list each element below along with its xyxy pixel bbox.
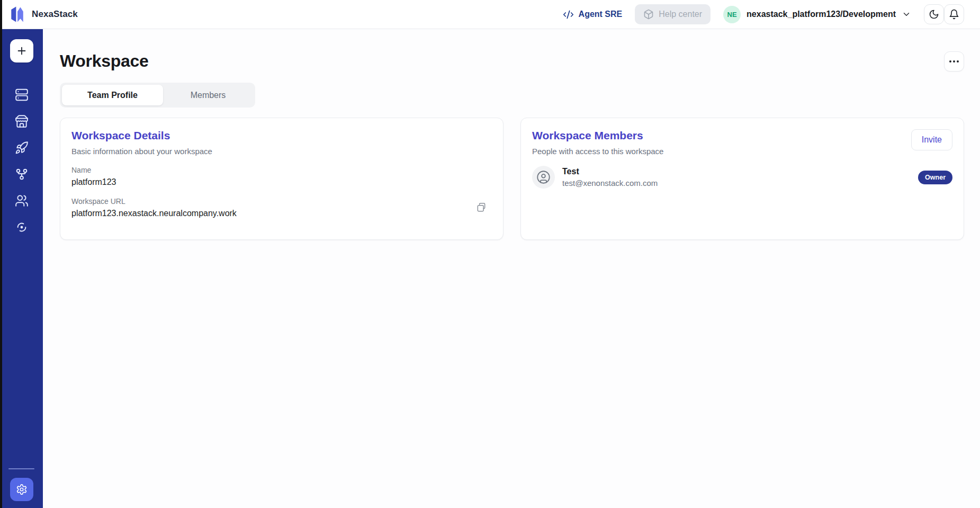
code-icon xyxy=(563,9,574,20)
name-field: Name platform123 xyxy=(71,166,492,187)
name-label: Name xyxy=(71,166,492,174)
sidebar-divider xyxy=(8,468,34,469)
sidebar-footer xyxy=(0,468,43,508)
more-options-button[interactable] xyxy=(944,51,964,72)
brand-name: NexaStack xyxy=(32,9,78,20)
account-name: nexastack_platform123/Development xyxy=(747,10,896,19)
moon-icon xyxy=(929,9,939,20)
help-center-button[interactable]: Help center xyxy=(635,4,711,24)
help-center-label: Help center xyxy=(659,10,702,19)
sidebar-item-marketplace[interactable] xyxy=(11,114,32,129)
invite-button[interactable]: Invite xyxy=(911,129,952,150)
copy-icon xyxy=(476,202,487,213)
url-value: platform123.nexastack.neuralcompany.work xyxy=(71,209,237,218)
member-email: test@xenonstack.com.com xyxy=(562,179,658,188)
notifications-button[interactable] xyxy=(944,4,964,24)
box-icon xyxy=(643,9,654,20)
sidebar xyxy=(0,29,43,508)
rocket-icon xyxy=(15,141,29,155)
git-fork-icon xyxy=(15,167,29,181)
ellipsis-icon xyxy=(949,60,959,63)
member-name: Test xyxy=(562,167,658,176)
details-card-title: Workspace Details xyxy=(71,129,492,142)
server-icon xyxy=(15,88,29,102)
agent-sre-link[interactable]: Agent SRE xyxy=(563,9,623,20)
copy-url-button[interactable] xyxy=(473,199,490,216)
sidebar-item-teams[interactable] xyxy=(11,193,32,208)
tab-bar: Team Profile Members xyxy=(60,83,255,108)
role-badge: Owner xyxy=(918,171,952,184)
nexastack-logo xyxy=(9,6,25,22)
workspace-members-card: Workspace Members People with access to … xyxy=(520,118,964,240)
user-circle-icon xyxy=(532,166,555,189)
theme-toggle-button[interactable] xyxy=(924,4,944,24)
url-label: Workspace URL xyxy=(71,197,237,206)
settings-button[interactable] xyxy=(10,478,33,501)
account-switcher[interactable]: NE nexastack_platform123/Development xyxy=(723,6,911,23)
url-field: Workspace URL platform123.nexastack.neur… xyxy=(71,197,492,218)
users-icon xyxy=(15,194,29,208)
main-content: Workspace Team Profile Members Workspace… xyxy=(43,29,980,508)
member-row: Test test@xenonstack.com.com Owner xyxy=(532,166,952,189)
tab-team-profile[interactable]: Team Profile xyxy=(62,85,163,105)
page-title: Workspace xyxy=(60,51,148,71)
avatar: NE xyxy=(723,6,741,23)
details-card-subtitle: Basic information about your workspace xyxy=(71,147,492,156)
gear-icon xyxy=(16,484,28,495)
window-edge xyxy=(0,0,2,508)
bell-icon xyxy=(949,9,959,20)
brand: NexaStack xyxy=(9,6,78,22)
plus-icon xyxy=(16,45,28,57)
sync-icon xyxy=(15,220,29,234)
workspace-details-card: Workspace Details Basic information abou… xyxy=(60,118,504,240)
members-card-title: Workspace Members xyxy=(532,129,663,142)
create-button[interactable] xyxy=(10,39,33,63)
tab-members[interactable]: Members xyxy=(163,85,253,105)
members-card-subtitle: People with access to this workspace xyxy=(532,147,663,156)
top-header: NexaStack Agent SRE Help center NE nexas… xyxy=(0,0,980,29)
storefront-icon xyxy=(15,114,29,128)
sidebar-item-deployments[interactable] xyxy=(11,140,32,155)
agent-sre-label: Agent SRE xyxy=(579,10,623,19)
sidebar-item-pipelines[interactable] xyxy=(11,167,32,182)
sidebar-item-infrastructure[interactable] xyxy=(11,87,32,102)
name-value: platform123 xyxy=(71,177,492,187)
chevron-down-icon xyxy=(902,10,911,19)
sidebar-item-lifecycle[interactable] xyxy=(11,220,32,235)
sidebar-nav xyxy=(11,87,32,235)
